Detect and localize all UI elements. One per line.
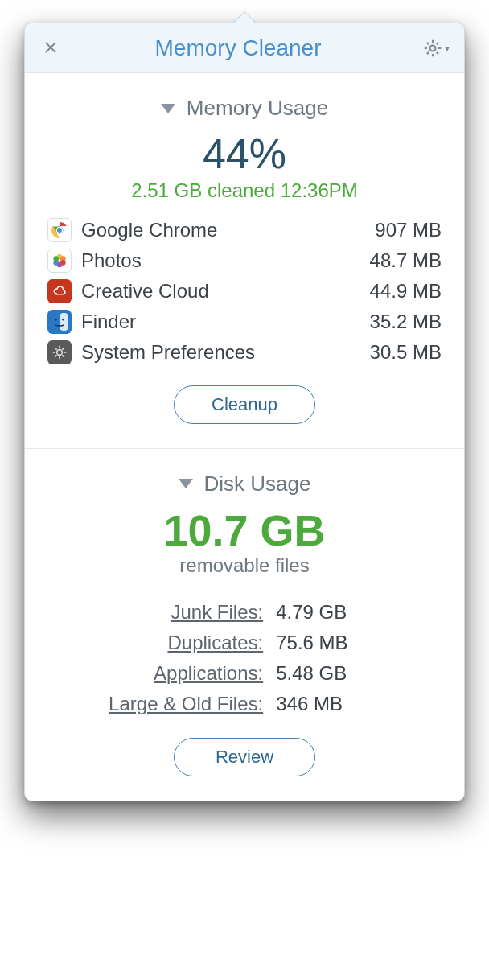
disk-category-value: 75.6 MB: [276, 632, 347, 654]
svg-point-16: [57, 349, 63, 355]
process-name: Photos: [81, 249, 360, 272]
disk-section-header[interactable]: Disk Usage: [47, 471, 442, 496]
cleanup-button[interactable]: Cleanup: [174, 385, 315, 424]
svg-point-2: [430, 45, 436, 51]
collapse-triangle-icon: [161, 104, 175, 113]
process-row[interactable]: Creative Cloud 44.9 MB: [47, 279, 442, 303]
svg-point-5: [56, 227, 62, 233]
process-row[interactable]: Finder 35.2 MB: [47, 310, 442, 334]
disk-usage-section: Disk Usage 10.7 GB removable files Junk …: [25, 448, 464, 801]
popover-window: Memory Cleaner ▾ Memory Usage 44% 2.51 G…: [24, 23, 465, 801]
app-title: Memory Cleaner: [62, 35, 414, 61]
close-icon: [44, 41, 57, 54]
svg-line-21: [55, 348, 57, 350]
photos-icon: [47, 249, 72, 273]
disk-category-link[interactable]: Large & Old Files:: [47, 693, 276, 715]
creative-cloud-icon: [47, 279, 72, 303]
process-name: System Preferences: [81, 341, 360, 364]
svg-line-22: [62, 355, 64, 357]
settings-menu-button[interactable]: ▾: [414, 38, 450, 59]
svg-line-23: [62, 348, 64, 350]
memory-section-title: Memory Usage: [187, 96, 328, 121]
disk-category-list: Junk Files: 4.79 GB Duplicates: 75.6 MB …: [47, 601, 442, 715]
finder-icon: [47, 310, 72, 334]
disk-category-row: Applications: 5.48 GB: [47, 662, 442, 685]
popover-arrow: [233, 12, 256, 23]
disk-category-row: Junk Files: 4.79 GB: [47, 601, 442, 624]
process-row[interactable]: Google Chrome 907 MB: [47, 218, 442, 242]
disk-category-value: 5.48 GB: [276, 662, 347, 685]
svg-point-11: [53, 256, 59, 261]
review-button[interactable]: Review: [174, 738, 315, 776]
process-row[interactable]: System Preferences 30.5 MB: [47, 340, 442, 364]
disk-subtitle: removable files: [47, 554, 442, 577]
process-size: 30.5 MB: [370, 341, 442, 364]
disk-section-title: Disk Usage: [204, 471, 311, 496]
chrome-icon: [47, 218, 72, 242]
process-size: 44.9 MB: [370, 280, 442, 303]
disk-total: 10.7 GB: [47, 508, 442, 554]
process-size: 48.7 MB: [370, 249, 442, 272]
process-size: 907 MB: [375, 219, 442, 241]
system-preferences-icon: [47, 340, 72, 364]
disk-category-link[interactable]: Duplicates:: [47, 632, 276, 654]
process-name: Creative Cloud: [81, 280, 360, 303]
svg-line-24: [55, 355, 57, 357]
disk-category-value: 4.79 GB: [276, 601, 347, 624]
svg-rect-13: [60, 313, 68, 331]
svg-point-15: [62, 319, 64, 321]
memory-usage-section: Memory Usage 44% 2.51 GB cleaned 12:36PM…: [25, 73, 464, 448]
disk-category-link[interactable]: Junk Files:: [47, 601, 276, 624]
disk-category-row: Large & Old Files: 346 MB: [47, 693, 442, 715]
close-button[interactable]: [39, 38, 62, 59]
disk-category-value: 346 MB: [276, 693, 343, 715]
memory-cleaned-status: 2.51 GB cleaned 12:36PM: [47, 179, 442, 202]
process-size: 35.2 MB: [370, 311, 442, 333]
gear-icon: [422, 38, 443, 59]
process-name: Finder: [81, 311, 360, 333]
disk-category-row: Duplicates: 75.6 MB: [47, 632, 442, 654]
process-list: Google Chrome 907 MB Photos 48.7 MB Crea…: [47, 218, 442, 364]
memory-percent: 44%: [47, 132, 442, 176]
process-name: Google Chrome: [81, 219, 365, 241]
svg-point-14: [55, 319, 57, 321]
title-bar: Memory Cleaner ▾: [25, 23, 464, 73]
disk-category-link[interactable]: Applications:: [47, 662, 276, 685]
process-row[interactable]: Photos 48.7 MB: [47, 249, 442, 273]
collapse-triangle-icon: [179, 479, 193, 488]
memory-section-header[interactable]: Memory Usage: [47, 96, 442, 121]
chevron-down-icon: ▾: [445, 43, 450, 54]
